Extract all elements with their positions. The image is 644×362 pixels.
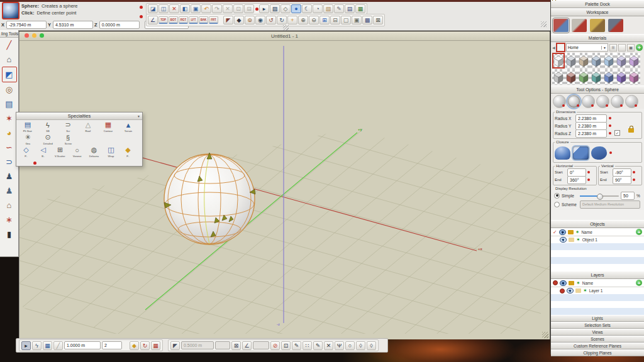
material-swatch[interactable] bbox=[615, 69, 628, 85]
set-view[interactable]: ◤ bbox=[223, 16, 233, 25]
list-item[interactable]: ✶Layer 1 bbox=[551, 287, 644, 294]
fit-view[interactable]: ▢ bbox=[341, 16, 351, 25]
view-dark[interactable]: ◆ bbox=[234, 16, 244, 25]
sphere-mode-5[interactable] bbox=[611, 95, 624, 108]
radius-field-3[interactable]: 2.2380 m bbox=[575, 129, 607, 138]
slider-knob-icon[interactable] bbox=[597, 194, 603, 200]
grid-edit[interactable]: ▦ bbox=[151, 341, 160, 350]
active-layer-icon[interactable] bbox=[560, 288, 565, 293]
sphere-mode-6[interactable] bbox=[625, 95, 638, 108]
view-button-top[interactable]: TOP bbox=[158, 16, 168, 24]
materials-header[interactable]: Materials bbox=[551, 34, 644, 42]
snap-x[interactable]: ✕ bbox=[324, 341, 333, 350]
materials-grid-view-button[interactable]: ▦ bbox=[627, 44, 635, 52]
material-swatch[interactable] bbox=[565, 53, 577, 69]
visibility-icon[interactable] bbox=[567, 288, 574, 293]
snap-edit[interactable]: ✎ bbox=[313, 341, 323, 350]
group-tool[interactable]: ♟ bbox=[3, 184, 16, 198]
grid-display[interactable]: ▦ bbox=[43, 341, 52, 350]
save-file[interactable]: ◧ bbox=[180, 4, 190, 13]
axonometric-view[interactable]: ∠ bbox=[148, 16, 158, 25]
snap-point[interactable]: ⊡ bbox=[281, 341, 291, 350]
layers-header[interactable]: Layers bbox=[551, 271, 644, 279]
trash-tool[interactable]: ▮ bbox=[3, 227, 16, 241]
curve-tool[interactable]: ∽ bbox=[3, 140, 16, 155]
closure-option-1[interactable] bbox=[555, 146, 570, 160]
resolution-scheme-select[interactable]: Default Medium Resolution bbox=[580, 200, 640, 209]
attributes-icon[interactable]: ✶ bbox=[576, 237, 580, 243]
frame-view[interactable]: ▣ bbox=[352, 16, 362, 25]
snap-distance-field[interactable]: 0.5000 m bbox=[181, 341, 214, 349]
copy[interactable]: ⊡ bbox=[233, 4, 243, 13]
hatch-tool[interactable]: ▦ bbox=[355, 4, 365, 13]
polyline-tool[interactable]: ⌂ bbox=[3, 52, 16, 67]
cube-tool[interactable]: ▧ bbox=[323, 4, 333, 13]
rotate-snap[interactable]: ↻ bbox=[140, 341, 150, 350]
attributes-icon[interactable]: ✶ bbox=[583, 288, 587, 293]
horizontal-end-field[interactable]: 360° bbox=[567, 176, 586, 184]
snap-plane-b[interactable]: ◊ bbox=[367, 341, 376, 350]
pick-column-icon[interactable]: ✓ bbox=[553, 229, 557, 235]
material-swatch[interactable] bbox=[565, 69, 577, 85]
sphere-mode-4[interactable] bbox=[596, 95, 609, 108]
lock-column-icon[interactable] bbox=[569, 281, 574, 285]
bucket-tool[interactable]: ◕ bbox=[3, 126, 16, 140]
plt-stair-tool[interactable]: ▤Plt Stair bbox=[18, 120, 38, 133]
closure-option-3[interactable] bbox=[591, 146, 607, 160]
detailed-tool[interactable]: ⊙Detailed bbox=[38, 133, 58, 145]
specialties-tearoff-dot[interactable] bbox=[33, 162, 36, 165]
line-tool[interactable]: ╱ bbox=[3, 38, 16, 52]
window-zoom[interactable]: ▩ bbox=[362, 16, 372, 25]
modeling-tools-title[interactable]: ling Tools bbox=[0, 30, 18, 38]
zoom-window-button[interactable] bbox=[40, 33, 44, 38]
toolbar-tearoff-dot[interactable] bbox=[140, 6, 143, 9]
pick-tool[interactable]: ▸ bbox=[259, 4, 269, 13]
window-titlebar[interactable]: Untitled1 - 1 bbox=[19, 31, 550, 41]
workspace-render-tools[interactable] bbox=[608, 19, 623, 32]
no-snap[interactable]: ⊘ bbox=[270, 341, 280, 350]
percent-zoom[interactable]: ⊠ bbox=[373, 16, 383, 25]
tool-options-header[interactable]: Tool Options - Sphere bbox=[551, 85, 644, 94]
angle-snap[interactable]: ∠ bbox=[242, 341, 252, 350]
primitives-tool[interactable]: ◩ bbox=[2, 67, 17, 82]
specialties-titlebar[interactable]: Specialties ▼ bbox=[16, 112, 142, 120]
views-header[interactable]: Views bbox=[551, 329, 644, 336]
workspace-drafting-tools[interactable] bbox=[572, 19, 587, 32]
add-object-button[interactable]: + bbox=[636, 229, 642, 235]
material-group-select[interactable]: Home ▼ bbox=[566, 43, 608, 52]
material-swatch[interactable] bbox=[602, 53, 615, 69]
snap-y[interactable]: Ψ bbox=[335, 341, 344, 350]
pan-view[interactable]: + bbox=[287, 16, 297, 25]
visibility-icon[interactable] bbox=[560, 237, 567, 243]
gear-tool[interactable]: ✳Gea bbox=[18, 133, 38, 145]
lock-column-icon[interactable] bbox=[568, 230, 574, 234]
zoom-previous[interactable]: ⊟ bbox=[330, 16, 340, 25]
current-material-swatch[interactable] bbox=[557, 43, 565, 52]
3d-viewport[interactable]: +x +y -z bbox=[19, 41, 550, 339]
uniform-radius-checkbox[interactable]: ✓ bbox=[614, 130, 620, 136]
look-view[interactable]: ◉ bbox=[255, 16, 265, 25]
minimize-window-button[interactable] bbox=[32, 33, 36, 38]
vertical-start-field[interactable]: -90° bbox=[613, 168, 631, 177]
polygon-tool[interactable]: ◇ bbox=[280, 4, 291, 13]
view-button-frt[interactable]: FRT bbox=[209, 16, 218, 24]
paste[interactable]: ⊟ bbox=[244, 4, 254, 13]
building-tool[interactable]: ⌂ bbox=[3, 198, 16, 212]
delauna-tool[interactable]: ◍Delauna bbox=[86, 145, 103, 158]
vertical-end-field[interactable]: 90° bbox=[613, 176, 631, 184]
view-button-lft[interactable]: LFT bbox=[189, 16, 198, 24]
materials-prev-arrow-icon[interactable]: ◀ bbox=[552, 45, 555, 50]
sphere-mode-1[interactable] bbox=[553, 95, 566, 108]
angle-field[interactable] bbox=[253, 341, 269, 349]
roof-tool[interactable]: △Roof bbox=[78, 120, 98, 133]
active-layer-column-icon[interactable] bbox=[553, 280, 558, 285]
sphere-object[interactable] bbox=[164, 153, 255, 244]
resolution-slider[interactable] bbox=[580, 193, 619, 199]
material-swatch[interactable] bbox=[615, 53, 628, 69]
sphere-mode-3[interactable] bbox=[582, 95, 595, 108]
revolve-tool[interactable]: ◎ bbox=[3, 82, 16, 97]
lock-icon[interactable] bbox=[569, 238, 574, 242]
snap-grid-points[interactable]: ∷ bbox=[303, 341, 312, 350]
b-tool[interactable]: ◁B.. bbox=[35, 145, 52, 158]
redo[interactable]: ↷ bbox=[212, 4, 222, 13]
